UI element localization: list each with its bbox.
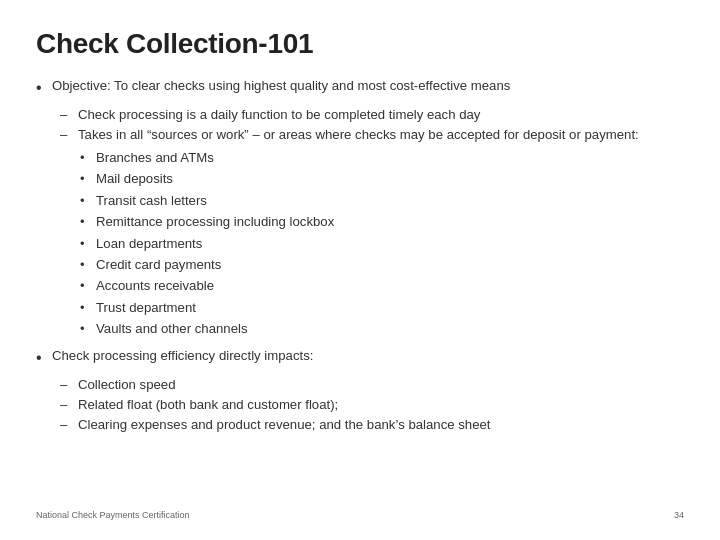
list-item: • Vaults and other channels [80,319,684,339]
slide-title: Check Collection-101 [36,28,684,60]
section-efficiency: • Check processing efficiency directly i… [36,346,684,436]
dash-text-4: Related float (both bank and customer fl… [78,395,684,415]
sub-text: Branches and ATMs [96,148,684,168]
sub-dot: • [80,298,96,318]
dash-symbol-2: – [60,125,78,145]
sub-text: Trust department [96,298,684,318]
bullet-text-1: Objective: To clear checks using highest… [52,76,684,96]
footer-left: National Check Payments Certification [36,510,190,520]
slide-footer: National Check Payments Certification 34 [36,506,684,520]
dash-text-3: Collection speed [78,375,684,395]
bullet-text-2: Check processing efficiency directly imp… [52,346,684,366]
sub-dot: • [80,255,96,275]
sub-text: Remittance processing including lockbox [96,212,684,232]
sub-text: Loan departments [96,234,684,254]
sub-bullet-list: • Branches and ATMs • Mail deposits • Tr… [36,148,684,340]
dash-symbol-5: – [60,415,78,435]
bullet-main-1: • Objective: To clear checks using highe… [36,76,684,101]
list-item: • Accounts receivable [80,276,684,296]
bullet-dot-2: • [36,346,52,371]
bullet-main-2: • Check processing efficiency directly i… [36,346,684,371]
sub-text: Credit card payments [96,255,684,275]
sub-dot: • [80,319,96,339]
slide: Check Collection-101 • Objective: To cle… [0,0,720,540]
list-item: • Trust department [80,298,684,318]
bullet-dot-1: • [36,76,52,101]
sub-dot: • [80,148,96,168]
sub-dot: • [80,234,96,254]
sub-text: Vaults and other channels [96,319,684,339]
sub-dot: • [80,212,96,232]
dash-text-2: Takes in all “sources or work” – or area… [78,125,684,145]
dash-item-4: – Related float (both bank and customer … [36,395,684,415]
dash-item-3: – Collection speed [36,375,684,395]
list-item: • Branches and ATMs [80,148,684,168]
list-item: • Loan departments [80,234,684,254]
dash-item-2: – Takes in all “sources or work” – or ar… [36,125,684,145]
dash-text-5: Clearing expenses and product revenue; a… [78,415,684,435]
sub-dot: • [80,169,96,189]
sub-text: Transit cash letters [96,191,684,211]
list-item: • Credit card payments [80,255,684,275]
dash-symbol-1: – [60,105,78,125]
sub-text: Accounts receivable [96,276,684,296]
dash-symbol-4: – [60,395,78,415]
dash-symbol-3: – [60,375,78,395]
footer-right: 34 [674,510,684,520]
list-item: • Transit cash letters [80,191,684,211]
dash-text-1: Check processing is a daily function to … [78,105,684,125]
dash-item-5: – Clearing expenses and product revenue;… [36,415,684,435]
sub-dot: • [80,191,96,211]
list-item: • Remittance processing including lockbo… [80,212,684,232]
sub-text: Mail deposits [96,169,684,189]
list-item: • Mail deposits [80,169,684,189]
dash-item-1: – Check processing is a daily function t… [36,105,684,125]
slide-content: • Objective: To clear checks using highe… [36,76,684,506]
section-objective: • Objective: To clear checks using highe… [36,76,684,340]
sub-dot: • [80,276,96,296]
